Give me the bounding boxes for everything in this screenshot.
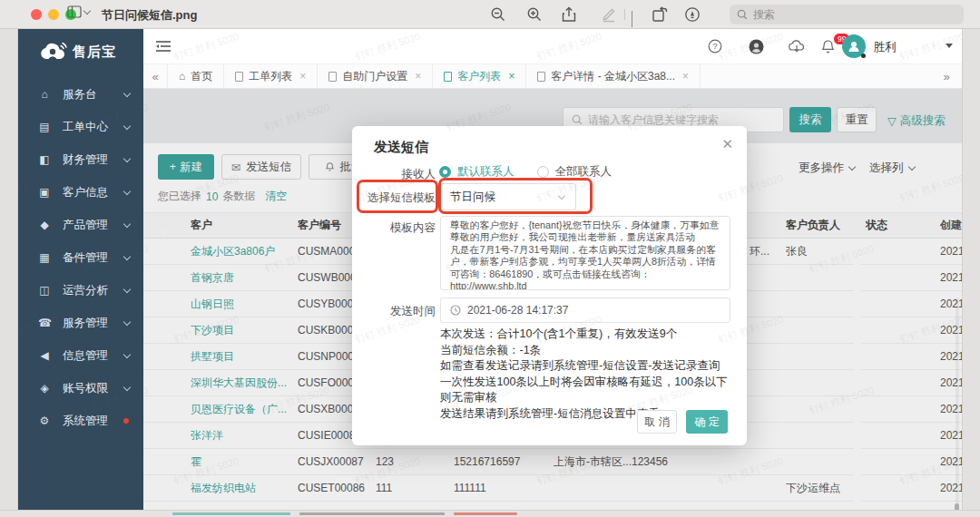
chevron-down-icon[interactable] [632,11,632,27]
chevron-down-icon [123,252,131,259]
chevron-down-icon [123,317,131,325]
document-icon [235,72,243,82]
cloud-download-icon[interactable] [789,39,805,54]
chevron-down-icon [123,89,131,96]
minimize-window-button[interactable] [48,9,59,20]
sidebar-item-account-perms[interactable]: ◈账号权限 [18,372,143,405]
chevron-down-icon [123,187,131,194]
tabs: ⌂首页工单列表×自助门户设置×客户列表×客户详情 - 金城小区3a8...× [167,63,701,89]
close-tab-icon[interactable]: × [682,70,689,83]
tabs-scroll-left-icon[interactable]: « [143,70,167,83]
sidebar-item-service-desk[interactable]: ⌂服务台 [18,78,143,111]
cropped-text-sliver [299,512,445,515]
window-title: 节日问候短信.png [102,7,197,24]
rotate-icon[interactable] [652,6,669,23]
product-icon: ◆ [38,219,51,230]
cropped-text-sliver [172,512,290,515]
sidebar: 售后宝 ⌂服务台▤工单中心◧财务管理▣客户信息◆产品管理▦备件管理◫运营分析☎服… [18,29,143,510]
sidebar-item-work-order-center[interactable]: ▤工单中心 [18,111,143,143]
close-tab-icon[interactable]: × [299,70,306,83]
customer-icon: ▣ [38,187,51,198]
sidebar-item-service-mgmt[interactable]: ☎服务管理 [18,307,143,339]
sidebar-item-label: 工单中心 [63,120,108,135]
tab-home[interactable]: ⌂首页 [167,63,224,89]
send-info: 本次发送：合计10个(含1个重复)，有效发送9个 当前短信余额：-1条 如需查看… [440,327,736,423]
tab-label: 自助门户设置 [342,69,407,84]
tabs-scroll-right-icon[interactable]: » [935,70,958,83]
send-time-value: 2021-06-28 14:17:37 [467,304,568,317]
tab-label: 工单列表 [249,69,292,84]
markup-pencil-icon [601,6,617,23]
message-icon: ◀ [38,350,51,361]
sidebar-toggle-icon[interactable] [67,5,90,18]
tab-label: 首页 [191,69,212,84]
chevron-down-icon [123,350,131,357]
modal-title: 发送短信 [374,139,428,156]
send-time-input[interactable]: 2021-06-28 14:17:37 [440,298,730,323]
zoom-in-icon[interactable] [526,6,543,23]
sidebar-item-product[interactable]: ◆产品管理 [18,209,143,241]
sidebar-item-customer-info[interactable]: ▣客户信息 [18,176,143,209]
workorder-icon: ▤ [38,122,51,132]
sidebar-item-label: 客户信息 [63,185,108,200]
tab-portal-settings[interactable]: 自助门户设置× [318,63,433,89]
send-sms-modal: 发送短信 ✕ 接收人 默认联系人 全部联系人 选择短信模板 节日问候 模板内容 … [352,126,747,445]
sidebar-item-label: 系统管理 [63,414,108,429]
sidebar-item-label: 产品管理 [63,218,108,233]
person-icon[interactable] [749,39,764,54]
zoom-out-icon[interactable] [490,6,506,23]
sidebar-item-analytics[interactable]: ◫运营分析 [18,274,143,307]
sidebar-item-label: 账号权限 [63,381,108,396]
markup-toolbar-icon[interactable] [684,6,701,23]
account-icon: ◈ [38,383,51,394]
preview-search-field[interactable]: 搜索 [730,5,964,24]
user-menu-caret-icon[interactable] [946,44,953,48]
radio-default-contact[interactable] [439,166,451,178]
analytics-icon: ◫ [38,285,51,296]
info-line: 本次发送：合计10个(含1个重复)，有效发送9个 [440,327,736,343]
chevron-down-icon [123,219,131,227]
chevron-down-icon [123,154,131,161]
chevron-down-icon [123,285,131,292]
chevron-down-icon [123,122,131,129]
close-window-button[interactable] [31,9,42,20]
document-icon [328,72,337,82]
sidebar-item-label: 服务管理 [63,316,108,331]
sidebar-menu: ⌂服务台▤工单中心◧财务管理▣客户信息◆产品管理▦备件管理◫运营分析☎服务管理◀… [18,67,143,437]
tab-customer-list[interactable]: 客户列表× [433,63,526,89]
collapse-menu-icon[interactable] [156,41,171,52]
chevron-down-icon [83,6,91,14]
bottom-strip [0,510,980,517]
tab-work-order-list[interactable]: 工单列表× [224,63,318,89]
share-icon[interactable] [561,6,577,23]
sidebar-item-label: 备件管理 [63,250,108,266]
system-icon: ⚙ [38,415,51,426]
username: 胜利 [874,40,897,55]
sidebar-item-label: 服务台 [63,87,97,102]
info-line: 一次性发送100条以上时将会因审核略有延迟，100条以下则无需审核 [440,375,736,406]
help-icon[interactable]: ? [708,39,722,54]
radio-all-contacts[interactable] [537,166,549,178]
preview-search-placeholder: 搜索 [753,7,775,23]
tab-customer-detail[interactable]: 客户详情 - 金城小区3a8...× [526,63,701,89]
annotation-box-template-select [438,178,593,214]
close-tab-icon[interactable]: × [415,70,421,83]
sidebar-item-system[interactable]: ⚙系统管理 [18,405,143,437]
template-content-box: 尊敬的客户您好，{tenant}祝您节日快乐，身体健康，万事如意尊敬的用户您好，… [440,216,730,290]
preview-titlebar: 节日问候短信.png 搜索 [0,0,980,29]
close-tab-icon[interactable]: × [508,70,514,83]
sidebar-item-spare-parts[interactable]: ▦备件管理 [18,241,143,274]
info-line: 当前短信余额：-1条 [440,343,736,359]
desk-icon: ⌂ [38,89,51,100]
sidebar-item-message-mgmt[interactable]: ◀信息管理 [18,339,143,372]
document-icon [537,72,545,82]
confirm-button[interactable]: 确 定 [686,410,728,434]
service-icon: ☎ [38,317,51,328]
unread-dot [123,418,129,424]
close-icon[interactable]: ✕ [721,136,733,152]
finance-icon: ◧ [38,154,51,165]
document-icon [444,72,452,82]
toolbar-divider [624,9,625,20]
sidebar-item-finance[interactable]: ◧财务管理 [18,143,143,176]
cancel-button[interactable]: 取 消 [637,410,677,434]
